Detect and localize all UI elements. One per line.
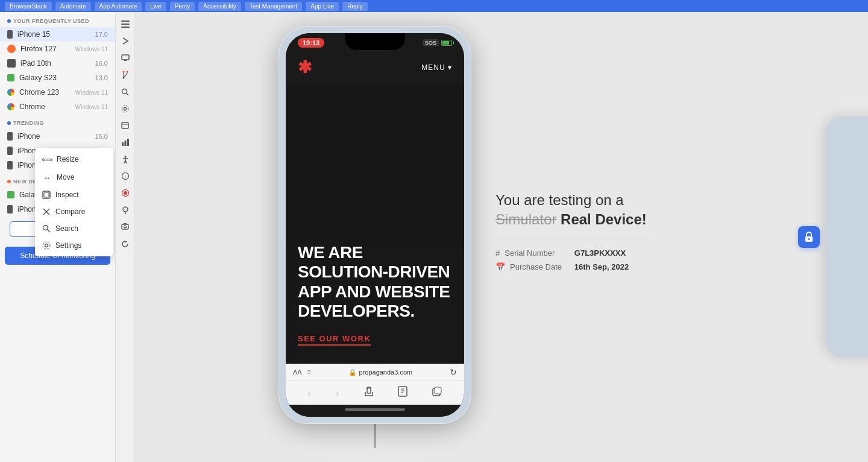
tab-percy[interactable]: Percy bbox=[170, 2, 195, 11]
purchase-label: Purchase Date bbox=[510, 262, 562, 271]
device-icon-chrome-2 bbox=[7, 103, 14, 110]
svg-point-18 bbox=[124, 107, 126, 110]
icon-browser[interactable] bbox=[118, 118, 133, 133]
svg-rect-11 bbox=[122, 55, 129, 60]
url-aa-button[interactable]: AA bbox=[293, 369, 302, 376]
svg-rect-1 bbox=[44, 192, 49, 197]
icon-hamburger[interactable] bbox=[118, 17, 133, 31]
tabs-button[interactable] bbox=[432, 386, 442, 400]
svg-text:i: i bbox=[124, 174, 125, 179]
svg-point-37 bbox=[124, 226, 127, 228]
bookmark-button[interactable] bbox=[398, 386, 407, 400]
url-separator: ⠿ bbox=[307, 369, 311, 376]
context-menu-label-inspect: Inspect bbox=[55, 191, 79, 199]
icon-gear-2[interactable] bbox=[118, 101, 133, 116]
purchase-value: 16th Sep, 2022 bbox=[574, 262, 647, 271]
partial-phone bbox=[826, 116, 868, 358]
compare-icon bbox=[42, 207, 51, 216]
context-menu-label-search: Search bbox=[55, 224, 78, 233]
sidebar-item-iphone15[interactable]: iPhone 15 17.0 bbox=[0, 27, 115, 42]
divider-line bbox=[495, 238, 647, 239]
sidebar: YOUR FREQUENTLY USED iPhone 15 17.0 Fire… bbox=[0, 12, 116, 462]
context-menu-item-resize[interactable]: ⟺ Resize bbox=[35, 150, 113, 168]
context-menu-item-inspect[interactable]: Inspect bbox=[35, 186, 113, 203]
phone-status-right: SOS bbox=[423, 39, 452, 46]
svg-rect-8 bbox=[121, 21, 130, 22]
context-menu-item-settings[interactable]: Settings bbox=[35, 237, 113, 254]
back-button[interactable]: ‹ bbox=[307, 386, 312, 400]
section-dot bbox=[7, 19, 11, 23]
tab-app-automate[interactable]: App Automate bbox=[95, 2, 142, 11]
testing-title: You are testing on a Simulator Real Devi… bbox=[495, 191, 647, 228]
icon-screenshot[interactable] bbox=[118, 220, 133, 234]
icon-analytics[interactable] bbox=[118, 135, 133, 150]
section-dot-2 bbox=[7, 121, 11, 125]
tab-browserstack[interactable]: BrowserStack bbox=[5, 2, 52, 11]
site-logo: ✱ bbox=[298, 57, 312, 77]
share-button[interactable] bbox=[363, 386, 374, 400]
tab-app-live[interactable]: App Live bbox=[306, 2, 339, 11]
icon-branch[interactable] bbox=[118, 68, 133, 82]
icon-record[interactable] bbox=[118, 186, 133, 200]
url-bar: AA ⠿ 🔒 propaganda3.com ↻ bbox=[286, 364, 464, 381]
sidebar-item-galaxy-s23[interactable]: Galaxy S23 13.0 bbox=[0, 71, 115, 85]
device-icon-t1 bbox=[7, 132, 13, 141]
phone-inner: 19:13 SOS ✱ MENU ▾ bbox=[286, 33, 464, 417]
svg-line-29 bbox=[125, 160, 127, 163]
sidebar-item-chrome-6[interactable]: Chrome Windows 11 bbox=[0, 100, 115, 114]
browser-tab-bar: BrowserStack Automate App Automate Live … bbox=[0, 0, 868, 12]
tab-reply[interactable]: Reply bbox=[342, 2, 368, 11]
section-frequently-used: YOUR FREQUENTLY USED bbox=[0, 12, 115, 27]
serial-icon: # bbox=[495, 248, 500, 258]
forward-button[interactable]: › bbox=[335, 386, 339, 400]
svg-point-15 bbox=[122, 77, 124, 79]
svg-rect-12 bbox=[124, 60, 127, 61]
hero-cta[interactable]: SEE OUR WORK bbox=[298, 334, 371, 346]
tab-test-management[interactable]: Test Management bbox=[245, 2, 303, 11]
svg-point-47 bbox=[808, 238, 810, 240]
context-menu-label-settings: Settings bbox=[55, 241, 81, 250]
svg-rect-24 bbox=[127, 139, 129, 146]
gear-icon bbox=[42, 241, 51, 250]
svg-rect-38 bbox=[124, 223, 127, 224]
svg-rect-23 bbox=[124, 141, 126, 146]
sidebar-item-firefox127[interactable]: Firefox 127 Windows 11 bbox=[0, 42, 115, 56]
sidebar-item-chrome123[interactable]: Chrome 123 Windows 11 bbox=[0, 85, 115, 100]
inspect-icon bbox=[42, 191, 51, 199]
svg-point-25 bbox=[124, 156, 126, 157]
site-header: ✱ MENU ▾ bbox=[286, 50, 464, 84]
context-menu-item-move[interactable]: ↔ Move bbox=[35, 168, 113, 186]
testing-simulator: Simulator bbox=[495, 211, 556, 227]
icon-info[interactable]: i bbox=[118, 169, 133, 183]
icon-desktop[interactable] bbox=[118, 51, 133, 65]
url-text[interactable]: propaganda3.com bbox=[359, 369, 413, 376]
icon-refresh[interactable] bbox=[118, 236, 133, 251]
battery-fill bbox=[442, 41, 449, 45]
device-icon-ipad bbox=[7, 59, 16, 68]
tab-automate[interactable]: Automate bbox=[55, 2, 91, 11]
icon-location[interactable] bbox=[118, 203, 133, 217]
icon-search-2[interactable] bbox=[118, 84, 133, 99]
context-menu-item-search[interactable]: Search bbox=[35, 220, 113, 237]
device-icon-android bbox=[7, 74, 14, 81]
icon-arrow-right[interactable] bbox=[118, 34, 133, 48]
tab-live[interactable]: Live bbox=[145, 2, 166, 11]
serial-row: # Serial Number G7L3PKXXXX bbox=[495, 248, 647, 258]
browser-toolbar: ‹ › bbox=[286, 381, 464, 405]
device-details: # Serial Number G7L3PKXXXX 📅 Purchase Da… bbox=[495, 248, 647, 271]
icon-accessibility[interactable] bbox=[118, 152, 133, 166]
section-dot-3 bbox=[7, 180, 11, 183]
context-menu-item-compare[interactable]: Compare bbox=[35, 203, 113, 220]
url-lock-icon: 🔒 bbox=[348, 369, 357, 376]
lock-button[interactable] bbox=[798, 226, 820, 248]
hero-section: WE ARE SOLUTION-DRIVEN APP AND WEBSITE D… bbox=[286, 84, 464, 364]
svg-point-7 bbox=[43, 242, 50, 249]
sidebar-item-ipad10[interactable]: iPad 10th 16.0 bbox=[0, 56, 115, 71]
url-reload-button[interactable]: ↻ bbox=[450, 367, 457, 377]
main-content: 19:13 SOS ✱ MENU ▾ bbox=[135, 12, 868, 462]
sos-badge: SOS bbox=[423, 39, 439, 46]
hero-headline: WE ARE SOLUTION-DRIVEN APP AND WEBSITE D… bbox=[298, 243, 452, 321]
svg-rect-9 bbox=[121, 24, 130, 25]
sidebar-item-trending-1[interactable]: iPhone 15.0 bbox=[0, 129, 115, 144]
tab-accessibility[interactable]: Accessibility bbox=[198, 2, 241, 11]
